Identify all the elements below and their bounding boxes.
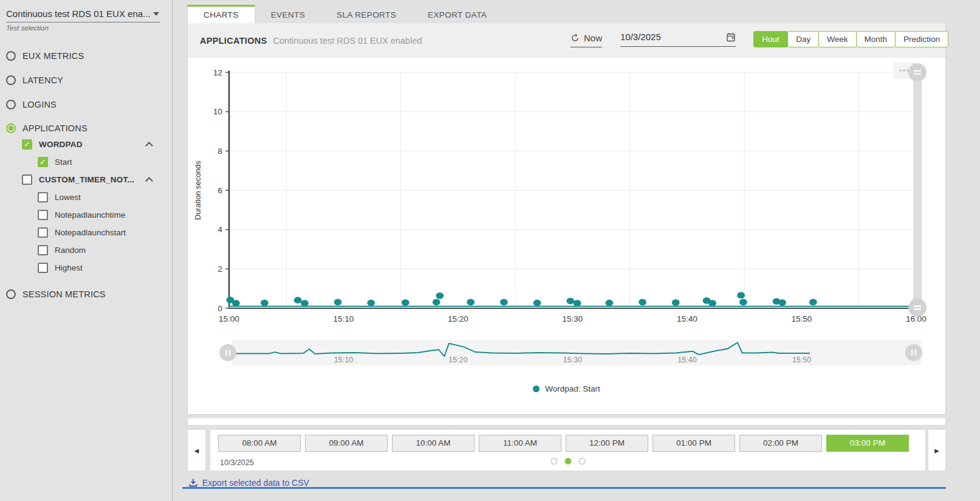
checkbox-checked-icon[interactable]: ✓ [38,157,48,167]
tab-charts[interactable]: CHARTS [187,5,255,23]
child-label: Notepadlaunchstart [55,228,126,237]
sidebar-item-notepadlaunchstart[interactable]: Notepadlaunchstart [38,227,126,238]
y-tick-label: 12 [213,68,222,77]
y-slider-bottom-handle[interactable] [908,299,927,317]
checkbox-icon[interactable] [38,192,48,202]
data-point [809,299,817,306]
chevron-down-icon [153,12,159,16]
timeline-prev-button[interactable]: ◂ [187,429,206,471]
group-label: WORDPAD [39,140,83,149]
sidebar-item-session-metrics[interactable]: SESSION METRICS [6,289,106,299]
timeslot-0100pm[interactable]: 01:00 PM [653,435,735,452]
y-tick-label: 8 [218,147,222,156]
data-point [672,299,680,306]
chevron-up-icon[interactable] [145,177,153,185]
checkbox-icon[interactable] [38,263,48,273]
y-tick-label: 10 [213,107,222,116]
sidebar-item-logins[interactable]: LOGINS [6,100,57,109]
range-button-month[interactable]: Month [856,31,896,47]
app-root: Continuous test RDS 01 EUX ena... Test s… [0,0,980,501]
export-csv-link[interactable]: Export selected data to CSV [188,478,309,488]
timeline-next-button[interactable]: ▸ [928,429,946,471]
test-selection-value: Continuous test RDS 01 EUX ena... [6,9,151,19]
sidebar-group-custom-timer[interactable]: CUSTOM_TIMER_NOT... [22,174,152,185]
pagination-dot[interactable] [578,458,585,465]
y-slider-bottom-handle [914,305,921,306]
checkbox-icon[interactable] [38,227,48,238]
y-range-slider-track[interactable] [913,64,922,316]
navigator-right-handle[interactable] [905,344,922,361]
now-label: Now [584,33,602,43]
radio-icon[interactable] [6,100,16,109]
sidebar-item-label: EUX METRICS [22,51,84,61]
tab-events[interactable]: EVENTS [255,5,321,23]
radio-icon[interactable] [6,51,16,61]
y-slider-top-handle[interactable] [908,63,927,81]
data-point [436,292,444,299]
checkbox-icon[interactable] [38,210,48,220]
sidebar-item-random[interactable]: Random [38,245,86,255]
pagination-dot[interactable] [550,458,557,465]
x-tick-label: 15:40 [677,314,697,323]
y-tick-label: 0 [218,304,222,313]
range-button-day[interactable]: Day [787,31,819,47]
calendar-icon[interactable] [726,32,736,42]
sidebar-item-latency[interactable]: LATENCY [6,75,63,85]
timeslot-0800am[interactable]: 08:00 AM [218,435,301,452]
pagination-dot-active[interactable] [564,458,571,465]
radio-icon[interactable] [6,289,16,299]
checkbox-icon[interactable] [38,245,48,255]
tab-export-data[interactable]: EXPORT DATA [412,5,502,23]
data-point [467,299,475,306]
range-button-week[interactable]: Week [818,31,856,47]
range-button-prediction[interactable]: Prediction [895,31,948,47]
sidebar-item-applications[interactable]: APPLICATIONS [6,123,87,133]
data-point [566,298,574,305]
legend-series-dot [533,385,540,392]
chart-legend[interactable]: Wordpad: Start [187,384,946,393]
page-subtitle: Continuous test RDS 01 EUX enabled [273,36,422,46]
data-point [605,300,613,306]
navigator-right-handle [915,350,916,356]
radio-selected-icon[interactable] [6,123,16,133]
timeslot-1100am[interactable]: 11:00 AM [479,435,561,452]
range-button-hour[interactable]: Hour [753,31,788,47]
arrow-right-icon: ▸ [934,445,939,456]
timeslot-1000am[interactable]: 10:00 AM [392,435,475,452]
navigator-right-handle [911,350,913,356]
checkbox-checked-icon[interactable]: ✓ [22,139,32,150]
sidebar-item-eux-metrics[interactable]: EUX METRICS [6,51,84,61]
y-tick-label: 6 [218,186,222,195]
x-tick-label: 15:20 [448,314,468,323]
sidebar-item-start[interactable]: ✓ Start [38,157,72,167]
date-picker-field[interactable]: 10/3/2025 [620,32,736,47]
ellipsis-icon [903,69,905,71]
data-point [334,299,342,306]
sidebar-item-label: LOGINS [22,100,57,109]
sidebar-group-wordpad[interactable]: ✓ WORDPAD [22,139,152,150]
sidebar-item-label: LATENCY [22,75,63,85]
sidebar-item-highest[interactable]: Highest [38,263,83,273]
ellipsis-icon [899,69,901,71]
download-icon [188,478,198,488]
sidebar-item-lowest[interactable]: Lowest [38,192,81,202]
child-label: Random [55,246,86,255]
checkbox-icon[interactable] [22,174,32,185]
tab-sla-reports[interactable]: SLA REPORTS [321,5,412,23]
test-selection-dropdown[interactable]: Continuous test RDS 01 EUX ena... [6,9,160,22]
data-point [639,299,646,306]
data-point [708,300,716,306]
timeslot-0900am[interactable]: 09:00 AM [305,435,388,452]
sidebar: Continuous test RDS 01 EUX ena... Test s… [0,0,173,501]
bottom-accent-line [182,487,946,489]
chevron-up-icon[interactable] [145,142,153,150]
timeslot-0300pm-selected[interactable]: 03:00 PM [826,435,909,452]
child-label: Start [55,157,72,167]
radio-icon[interactable] [6,75,16,85]
refresh-now-button[interactable]: Now [571,33,602,47]
timeslot-0200pm[interactable]: 02:00 PM [739,435,822,452]
navigator-left-handle [225,350,227,356]
navigator-left-handle[interactable] [219,344,236,361]
timeslot-1200pm[interactable]: 12:00 PM [566,435,648,452]
sidebar-item-notepadlaunchtime[interactable]: Notepadlaunchtime [38,210,125,220]
